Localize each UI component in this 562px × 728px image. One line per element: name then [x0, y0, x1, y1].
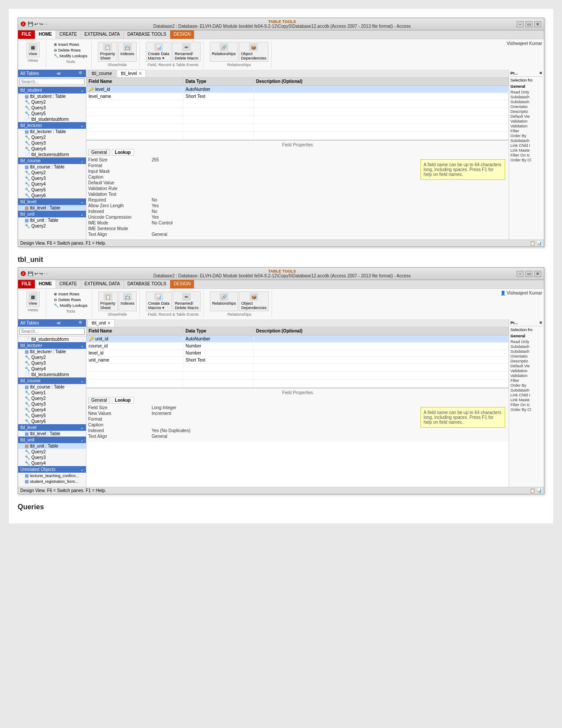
tab-unit-close-2[interactable]: ✕	[107, 321, 111, 325]
nav-section-unit-2[interactable]: tbl_unit ⌄	[18, 437, 86, 443]
fp-value-allowzero-1[interactable]: Yes	[152, 203, 159, 208]
view-btn-1[interactable]: ▦ View	[26, 42, 40, 57]
close-btn-2[interactable]: ✕	[534, 271, 541, 277]
nav-item-query1-c2[interactable]: 🔧 Query1	[18, 390, 86, 396]
nav-item-lecturer-table-2[interactable]: ▦ tbl_lecturer : Table	[18, 349, 86, 355]
tab-external-1[interactable]: EXTERNAL DATA	[81, 30, 124, 39]
nav-item-query4-c2[interactable]: 🔧 Query4	[18, 407, 86, 413]
fp-value-required-1[interactable]: No	[152, 198, 157, 202]
view-btn-2[interactable]: ▦ View	[26, 291, 40, 307]
fp-value-indexed-1[interactable]: No	[152, 209, 157, 214]
nav-item-query2-c2[interactable]: 🔧 Query2	[18, 396, 86, 401]
field-cell-type-course-id[interactable]: Number	[183, 343, 254, 350]
field-cell-type-level-name[interactable]: Short Text	[183, 93, 254, 100]
delete-rows-btn-2[interactable]: ⊖ Delete Rows	[52, 297, 89, 302]
right-panel-close-1[interactable]: ✕	[539, 71, 543, 75]
fp-value-textalign-1[interactable]: General	[152, 232, 167, 237]
create-data-btn-1[interactable]: 📊 Create DataMacros ▾	[146, 42, 172, 62]
relationships-btn-2[interactable]: 🔗 Relationships	[210, 291, 238, 311]
fp-tab-general-1[interactable]: General	[88, 149, 110, 156]
nav-collapse-1[interactable]: ≪	[56, 71, 61, 76]
field-cell-type-unit-id[interactable]: AutoNumber	[183, 336, 254, 343]
indexes-btn-1[interactable]: 📇 Indexes	[118, 42, 137, 62]
tab-level-close-1[interactable]: ✕	[138, 71, 142, 76]
field-empty-2-2a[interactable]	[86, 372, 183, 380]
rename-macro-btn-2[interactable]: ✏ Renamed/Delete Macro	[173, 291, 201, 311]
fp-value-textalign-2[interactable]: General	[152, 434, 167, 439]
tab-external-2[interactable]: EXTERNAL DATA	[81, 280, 124, 288]
nav-item-studentsubform-1[interactable]: 📄 tbl_studentsubform	[18, 116, 86, 122]
nav-item-query3-s1[interactable]: 🔧 Query3	[18, 105, 86, 111]
nav-item-query3-l2[interactable]: 🔧 Query3	[18, 360, 86, 366]
field-cell-type-level-id-2[interactable]: Number	[183, 350, 254, 357]
nav-item-query4-u2[interactable]: 🔧 Query4	[18, 460, 86, 466]
right-panel-close-2[interactable]: ✕	[539, 321, 543, 325]
nav-item-lecturer-table-1[interactable]: ▦ tbl_lecturer : Table	[18, 129, 86, 134]
insert-rows-btn-2[interactable]: ⊕ Insert Rows	[52, 291, 89, 297]
nav-item-query3-c2[interactable]: 🔧 Query3	[18, 401, 86, 407]
fp-value-unicode-1[interactable]: Yes	[152, 215, 159, 220]
search-input-1[interactable]	[19, 78, 85, 85]
search-input-2[interactable]	[19, 328, 85, 335]
tab-file-2[interactable]: FILE	[18, 280, 35, 288]
tab-tbl-unit-2[interactable]: tbl_unit ✕	[88, 319, 115, 327]
nav-item-lecturersubform-1[interactable]: 📄 tbl_lecturersubform	[18, 152, 86, 157]
nav-section-student-1[interactable]: tbl_student ⌄	[18, 87, 86, 93]
nav-item-unit-table-2[interactable]: ▦ tbl_unit : Table	[18, 443, 86, 449]
nav-item-query2-l1[interactable]: 🔧 Query2	[18, 134, 86, 140]
nav-item-query3-u2[interactable]: 🔧 Query3	[18, 455, 86, 460]
close-btn-1[interactable]: ✕	[534, 21, 541, 27]
field-cell-name-unit-id[interactable]: 🔑 unit_id	[86, 336, 183, 343]
modify-lookups-btn-1[interactable]: 🔧 Modify Lookups	[52, 53, 89, 59]
field-cell-name-level-id[interactable]: 🔑 level_id	[86, 86, 183, 93]
field-cell-type-unit-name[interactable]: Short Text	[183, 357, 254, 364]
tab-create-1[interactable]: CREATE	[56, 30, 81, 39]
nav-section-level-1[interactable]: tbl_level ⌄	[18, 198, 86, 205]
fp-tab-lookup-1[interactable]: Lookup	[112, 149, 134, 156]
field-cell-name-unit-name[interactable]: unit_name	[86, 357, 183, 364]
indexes-btn-2[interactable]: 📇 Indexes	[119, 291, 137, 311]
nav-item-query3-l1[interactable]: 🔧 Query3	[18, 140, 86, 146]
field-cell-name-level-name[interactable]: level_name	[86, 93, 183, 100]
tab-home-2[interactable]: HOME	[35, 280, 56, 288]
relationships-btn-1[interactable]: 🔗 Relationships	[210, 42, 238, 62]
object-dep-btn-2[interactable]: 📦 ObjectDependencies	[239, 291, 269, 311]
field-empty-3a[interactable]	[86, 116, 183, 124]
tab-design-1[interactable]: DESIGN	[170, 30, 194, 39]
nav-section-unit-1[interactable]: tbl_unit ⌄	[18, 211, 86, 217]
object-dep-btn-1[interactable]: 📦 ObjectDependencies	[239, 42, 269, 62]
field-empty-2a[interactable]	[86, 108, 183, 116]
tab-design-2[interactable]: DESIGN	[170, 280, 194, 288]
nav-item-level-table-2[interactable]: ▦ tbl_level : Table	[18, 431, 86, 437]
nav-item-query3-c1[interactable]: 🔧 Query3	[18, 175, 86, 181]
tab-database-2[interactable]: DATABASE TOOLS	[124, 280, 170, 288]
nav-search-icon-1[interactable]: 🔍	[78, 71, 84, 76]
restore-btn-2[interactable]: ▭	[525, 271, 532, 277]
fp-value-imemode-1[interactable]: No Control	[152, 220, 173, 225]
nav-item-level-table-1[interactable]: ▦ tbl_level : Table	[18, 205, 86, 211]
nav-item-studentsubform-2[interactable]: 📄 tbl_studentsubform	[18, 336, 86, 342]
field-empty-2-3a[interactable]	[86, 380, 183, 388]
nav-item-student-table-1[interactable]: ▦ tbl_student : Table	[18, 93, 86, 99]
fp-value-fieldsize-2[interactable]: Long Integer	[152, 405, 176, 410]
nav-search-icon-2[interactable]: 🔍	[78, 321, 84, 325]
nav-item-unit-table-1[interactable]: ▦ tbl_unit : Table	[18, 217, 86, 223]
tab-create-2[interactable]: CREATE	[56, 280, 81, 288]
nav-section-unrelated-2[interactable]: Unrelated Objects ⌄	[18, 466, 86, 473]
nav-item-query6-c1[interactable]: 🔧 Query6	[18, 193, 86, 198]
field-cell-name-course-id[interactable]: course_id	[86, 343, 183, 350]
nav-item-query4-l1[interactable]: 🔧 Query4	[18, 146, 86, 152]
nav-item-query5-s1[interactable]: 🔧 Query5	[18, 111, 86, 116]
nav-section-course-1[interactable]: tbl_course ⌄	[18, 157, 86, 164]
tab-tbl-level-1[interactable]: tbl_level ✕	[117, 70, 145, 77]
modify-lookups-btn-2[interactable]: 🔧 Modify Lookups	[52, 303, 89, 308]
field-cell-name-level-id-2[interactable]: level_id	[86, 350, 183, 357]
nav-item-query2-u1[interactable]: 🔧 Query2	[18, 223, 86, 229]
field-empty-1a[interactable]	[86, 100, 183, 108]
nav-section-lecturer-2[interactable]: tbl_lecturer ⌄	[18, 342, 86, 349]
nav-item-query5-c1[interactable]: 🔧 Query5	[18, 187, 86, 193]
field-empty-4a[interactable]	[86, 124, 183, 132]
fp-tab-general-2[interactable]: General	[88, 397, 110, 403]
nav-item-course-table-1[interactable]: ▦ tbl_course : Table	[18, 164, 86, 170]
nav-collapse-2[interactable]: ≪	[56, 321, 61, 325]
